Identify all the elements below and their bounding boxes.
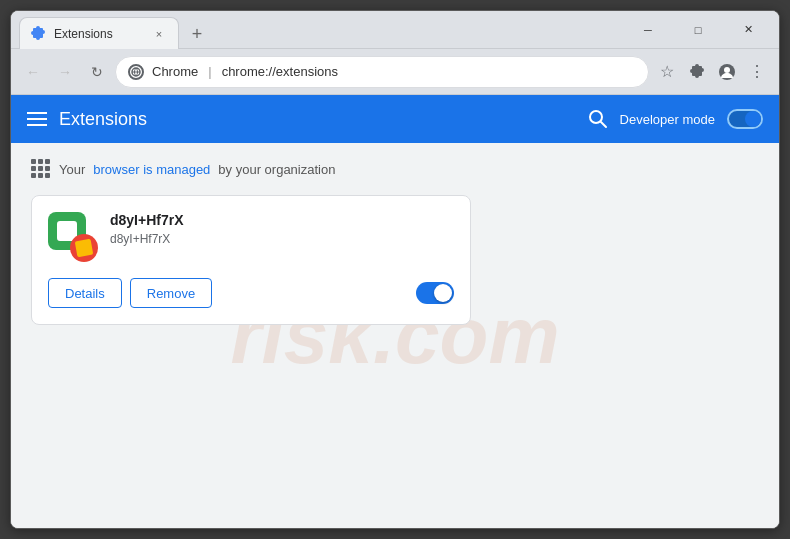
minimize-button[interactable]: ─ [625,14,671,46]
address-bar: ← → ↻ Chrome | chrome://extensions ☆ [11,49,779,95]
hamburger-menu[interactable] [27,112,47,126]
tab-favicon [30,26,46,42]
developer-mode-label: Developer mode [620,112,715,127]
extensions-puzzle-button[interactable] [683,58,711,86]
developer-mode-toggle[interactable] [727,109,763,129]
extension-card: d8yI+Hf7rX d8yI+Hf7rX Details Remove [31,195,471,325]
extension-name: d8yI+Hf7rX [110,212,454,228]
managed-text-after: by your organization [218,162,335,177]
bookmark-button[interactable]: ☆ [653,58,681,86]
window-controls: ─ □ ✕ [625,14,771,46]
back-button[interactable]: ← [19,58,47,86]
search-button[interactable] [588,109,608,129]
extension-card-bottom: Details Remove [48,278,454,308]
managed-text-before: Your [59,162,85,177]
reload-button[interactable]: ↻ [83,58,111,86]
svg-line-5 [601,122,606,127]
svg-point-4 [590,111,602,123]
tab-close-button[interactable]: × [150,25,168,43]
site-icon [128,64,144,80]
close-button[interactable]: ✕ [725,14,771,46]
extension-id: d8yI+Hf7rX [110,232,454,246]
url-site-name: Chrome [152,64,198,79]
svg-point-3 [724,67,730,73]
extension-info: d8yI+Hf7rX d8yI+Hf7rX [110,212,454,246]
maximize-button[interactable]: □ [675,14,721,46]
address-bar-actions: ☆ ⋮ [653,58,771,86]
tab-area: Extensions × + [19,11,617,48]
details-button[interactable]: Details [48,278,122,308]
page-title: Extensions [59,109,576,130]
extensions-header: Extensions Developer mode [11,95,779,143]
url-separator: | [208,64,211,79]
managed-link[interactable]: browser is managed [93,162,210,177]
extension-toggle-knob [434,284,452,302]
extension-icon-badge [70,234,98,262]
tab-title: Extensions [54,27,142,41]
remove-button[interactable]: Remove [130,278,212,308]
managed-icon [31,159,51,179]
extensions-content: risk.com Your browser is managed by your… [11,143,779,528]
url-path: chrome://extensions [222,64,338,79]
url-bar[interactable]: Chrome | chrome://extensions [115,56,649,88]
extensions-tab[interactable]: Extensions × [19,17,179,49]
managed-notice: Your browser is managed by your organiza… [31,159,759,179]
title-bar: Extensions × + ─ □ ✕ [11,11,779,49]
menu-button[interactable]: ⋮ [743,58,771,86]
extension-icon-wrapper [48,212,98,262]
extension-card-top: d8yI+Hf7rX d8yI+Hf7rX [48,212,454,262]
new-tab-button[interactable]: + [183,20,211,48]
browser-window: Extensions × + ─ □ ✕ ← → ↻ Chrome [10,10,780,529]
badge-inner [75,239,94,258]
extension-enable-toggle[interactable] [416,282,454,304]
profile-button[interactable] [713,58,741,86]
toggle-knob [745,111,761,127]
forward-button[interactable]: → [51,58,79,86]
